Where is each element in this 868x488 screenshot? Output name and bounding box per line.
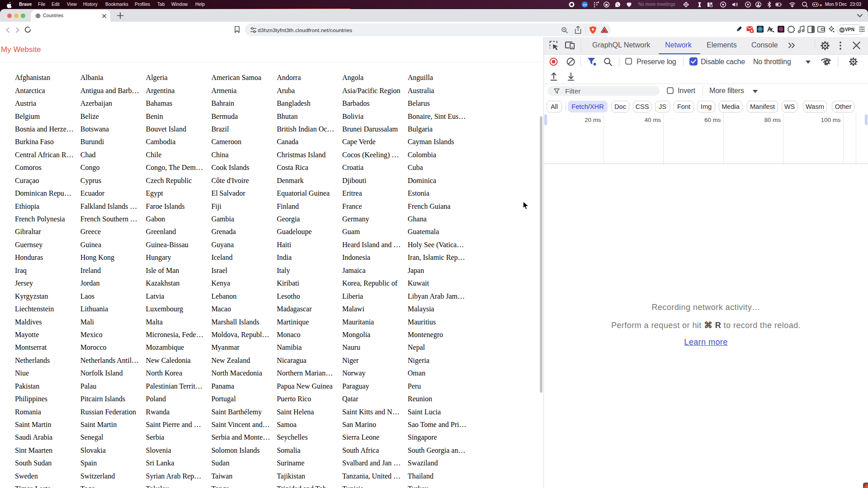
- svg-text:6: 6: [751, 29, 753, 33]
- svg-text:zm: zm: [583, 3, 587, 6]
